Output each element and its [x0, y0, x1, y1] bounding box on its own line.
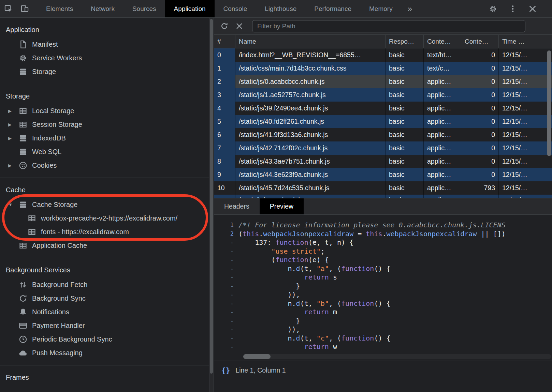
- sidebar-item-notifications[interactable]: Notifications: [0, 305, 214, 319]
- sidebar-item-local-storage[interactable]: ▶Local Storage: [0, 104, 214, 118]
- table-header-row: #NameRespo…Conte…Conte…Time …: [214, 35, 552, 48]
- code-horizontal-scrollbar[interactable]: [243, 354, 551, 359]
- sidebar-item-session-storage[interactable]: ▶Session Storage: [0, 118, 214, 131]
- database-icon: [18, 200, 28, 209]
- database-icon: [18, 134, 28, 143]
- line-number: -: [214, 343, 238, 351]
- sidebar-item-indexeddb[interactable]: ▶IndexedDB: [0, 131, 214, 145]
- cell-response_type: basic: [386, 155, 424, 168]
- line-number: -: [214, 325, 238, 334]
- sidebar-item-web-sql[interactable]: Web SQL: [0, 145, 214, 159]
- code-text: (this.webpackJsonpexcalidraw = this.webp…: [238, 230, 506, 239]
- cell-num: 8: [214, 155, 235, 168]
- code-text: }: [238, 282, 300, 291]
- settings-gear-icon[interactable]: [489, 4, 497, 13]
- table-scrollbar-thumb[interactable]: [547, 50, 551, 156]
- tab-sources[interactable]: Sources: [124, 0, 165, 17]
- line-number: 2: [214, 230, 238, 239]
- cell-content_type: text/ht…: [424, 48, 461, 62]
- sidebar-item-background-fetch[interactable]: Background Fetch: [0, 278, 214, 291]
- table-row[interactable]: 1/static/css/main.7d14b3cc.chunk.cssbasi…: [214, 62, 552, 75]
- cell-name: /index.html?__WB_REVISION__=6855…: [235, 48, 386, 62]
- table-row[interactable]: 10/static/js/45.7d24c535.chunk.jsbasicap…: [214, 181, 552, 195]
- table-row[interactable]: 5/static/js/40.fd2ff261.chunk.jsbasicapp…: [214, 115, 552, 128]
- refresh-button[interactable]: [217, 19, 232, 34]
- table-row[interactable]: 6/static/js/41.9f3d13a6.chunk.jsbasicapp…: [214, 128, 552, 141]
- code-line: - return w: [214, 343, 552, 351]
- sidebar-scrollbar-thumb[interactable]: [210, 19, 213, 374]
- close-devtools-icon[interactable]: [528, 4, 537, 13]
- sidebar-item-service-workers[interactable]: Service Workers: [0, 51, 214, 65]
- sidebar-item-cookies[interactable]: ▶Cookies: [0, 159, 214, 172]
- chevron-right-icon[interactable]: ▶: [8, 122, 18, 127]
- filter-by-path-input[interactable]: [252, 20, 525, 32]
- table-row[interactable]: 8/static/js/43.3ae7b751.chunk.jsbasicapp…: [214, 155, 552, 168]
- sidebar-item-cache-storage[interactable]: ▼Cache Storage: [0, 198, 214, 211]
- sidebar-item-fonts-https-excalidraw-com[interactable]: fonts - https://excalidraw.com: [0, 225, 214, 239]
- column-header-name[interactable]: Name: [235, 35, 386, 48]
- device-toolbar-icon: [20, 4, 29, 13]
- cell-time: 12/15/…: [499, 128, 552, 141]
- tab-lighthouse[interactable]: Lighthouse: [256, 0, 305, 17]
- sidebar-item-application-cache[interactable]: Application Cache: [0, 239, 214, 252]
- table-row[interactable]: 0/index.html?__WB_REVISION__=6855…basict…: [214, 48, 552, 62]
- inspect-element-button[interactable]: [0, 0, 16, 17]
- code-line: - return m: [214, 308, 552, 317]
- tab-performance[interactable]: Performance: [305, 0, 360, 17]
- sidebar-section-background-services: Background ServicesBackground FetchBackg…: [0, 258, 214, 365]
- column-header-respo[interactable]: Respo…: [386, 35, 424, 48]
- clear-x-icon: [235, 22, 244, 30]
- code-horizontal-scrollbar-thumb[interactable]: [243, 354, 271, 359]
- sidebar-item-workbox-precache-v2-https-excalidraw-com[interactable]: workbox-precache-v2-https://excalidraw.c…: [0, 211, 214, 225]
- fetch-icon: [18, 280, 28, 289]
- card-icon: [18, 321, 28, 330]
- cell-content_length: 793: [461, 195, 499, 198]
- cell-response_type: basic: [386, 115, 424, 128]
- table-row[interactable]: 7/static/js/42.7142f02c.chunk.jsbasicapp…: [214, 141, 552, 155]
- cell-response_type: basic: [386, 195, 424, 198]
- chevron-down-icon[interactable]: ▼: [8, 202, 18, 207]
- column-header-conte[interactable]: Conte…: [461, 35, 499, 48]
- more-options-dots-icon[interactable]: [508, 4, 517, 13]
- tab-network[interactable]: Network: [82, 0, 124, 17]
- sidebar-item-periodic-background-sync[interactable]: Periodic Background Sync: [0, 332, 214, 346]
- code-line: - n.d(t, "b", (function() {: [214, 299, 552, 308]
- sidebar-section-storage: Storage▶Local Storage▶Session Storage▶In…: [0, 84, 214, 178]
- delete-selected-button[interactable]: [232, 19, 247, 34]
- table-row[interactable]: 4/static/js/39.f2490ee4.chunk.jsbasicapp…: [214, 102, 552, 115]
- cell-content_length: 0: [461, 102, 499, 115]
- table-row[interactable]: 11/static/js/46…chunk.jsbasicapplic…7931…: [214, 195, 552, 198]
- chevron-right-icon[interactable]: ▶: [8, 163, 18, 168]
- more-tabs-button[interactable]: »: [402, 0, 418, 17]
- sidebar-item-label: Application Cache: [32, 242, 87, 250]
- code-line: - n.d(t, "c", (function() {: [214, 334, 552, 343]
- sidebar-item-label: Web SQL: [32, 148, 61, 156]
- table-row[interactable]: 2/static/js/0.acabcbcc.chunk.jsbasicappl…: [214, 75, 552, 88]
- preview-tab-preview[interactable]: Preview: [260, 198, 304, 214]
- chevron-right-icon[interactable]: ▶: [8, 136, 18, 141]
- tab-application[interactable]: Application: [165, 0, 215, 17]
- toolbar-divider: [35, 3, 35, 14]
- sidebar-item-payment-handler[interactable]: Payment Handler: [0, 319, 214, 332]
- table-row[interactable]: 9/static/js/44.3e623f9a.chunk.jsbasicapp…: [214, 168, 552, 181]
- column-header-time[interactable]: Time …: [499, 35, 552, 48]
- chevron-right-icon[interactable]: ▶: [8, 108, 18, 114]
- line-number: -: [214, 282, 238, 291]
- column-header-item[interactable]: #: [214, 35, 235, 48]
- sidebar-item-storage[interactable]: Storage: [0, 65, 214, 78]
- preview-tab-headers[interactable]: Headers: [214, 198, 260, 214]
- tab-memory[interactable]: Memory: [360, 0, 402, 17]
- cursor-position-status: Line 1, Column 1: [235, 366, 286, 374]
- cell-response_type: basic: [386, 168, 424, 181]
- tab-elements[interactable]: Elements: [37, 0, 82, 17]
- sidebar-item-push-messaging[interactable]: Push Messaging: [0, 346, 214, 360]
- device-toolbar-button[interactable]: [16, 0, 33, 17]
- table-row[interactable]: 3/static/js/1.ae52757c.chunk.jsbasicappl…: [214, 88, 552, 102]
- code-text: /*! For license information please see 0…: [238, 221, 506, 230]
- sidebar-section-title: Cache: [0, 182, 214, 198]
- sidebar-item-manifest[interactable]: Manifest: [0, 37, 214, 51]
- column-header-conte[interactable]: Conte…: [424, 35, 461, 48]
- sidebar-item-background-sync[interactable]: Background Sync: [0, 291, 214, 305]
- sidebar-scrollbar[interactable]: [209, 18, 214, 392]
- tab-console[interactable]: Console: [215, 0, 256, 17]
